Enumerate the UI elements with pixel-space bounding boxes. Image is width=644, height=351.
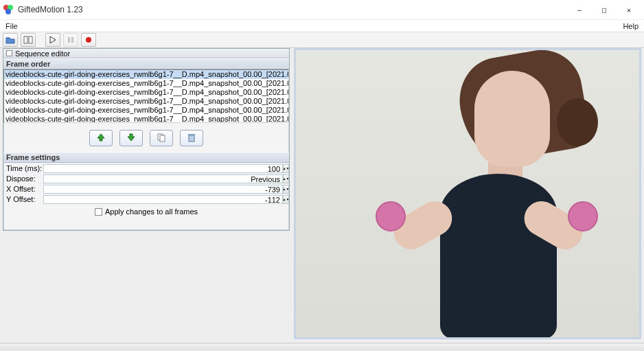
- sequence-editor-title: Sequence editor: [15, 49, 70, 58]
- svg-rect-3: [24, 36, 27, 43]
- configure-icon: [23, 36, 33, 44]
- time-field[interactable]: 100: [43, 164, 283, 173]
- svg-rect-9: [160, 135, 165, 141]
- figure-head: [474, 71, 550, 167]
- apply-label: Apply changes to all frames: [105, 207, 198, 216]
- figure-hair-bun: [557, 98, 598, 146]
- frame-row[interactable]: videoblocks-cute-girl-doing-exercises_rw…: [4, 106, 288, 115]
- frame-row[interactable]: videoblocks-cute-girl-doing-exercises_rw…: [4, 88, 288, 97]
- svg-rect-5: [68, 37, 70, 43]
- sequence-editor-titlebar[interactable]: Sequence editor: [3, 49, 289, 58]
- arrow-up-icon: [96, 133, 106, 144]
- frame-row[interactable]: videoblocks-cute-girl-doing-exercises_rw…: [4, 97, 288, 106]
- frame-settings: Time (ms): 100 ▲▼ Dispose: Previous ▲▼ X…: [3, 163, 289, 204]
- move-down-button[interactable]: [119, 130, 143, 146]
- yoffset-spinner[interactable]: ▲▼: [283, 195, 289, 204]
- record-button[interactable]: [81, 33, 96, 47]
- svg-point-7: [86, 37, 91, 43]
- frame-row[interactable]: videoblocks-cute-girl-doing-exercises_rw…: [4, 115, 288, 123]
- sequence-editor-panel: Sequence editor Frame order videoblocks-…: [3, 48, 290, 231]
- svg-rect-4: [29, 36, 32, 43]
- menu-file[interactable]: File: [3, 21, 21, 31]
- panel-control-icon[interactable]: [6, 50, 12, 56]
- close-button[interactable]: ✕: [617, 0, 641, 19]
- pause-icon: [67, 36, 74, 43]
- apply-row: Apply changes to all frames: [3, 204, 289, 217]
- dispose-label: Dispose:: [3, 174, 43, 183]
- xoffset-label: X Offset:: [3, 185, 43, 193]
- open-icon: [5, 36, 15, 44]
- xoffset-spinner[interactable]: ▲▼: [283, 185, 289, 194]
- dumbbell-right: [568, 201, 598, 231]
- play-icon: [49, 36, 56, 43]
- play-button[interactable]: [45, 33, 60, 47]
- maximize-button[interactable]: □: [592, 0, 617, 19]
- frame-tools: [3, 123, 289, 152]
- yoffset-field[interactable]: -112: [43, 195, 283, 204]
- svg-rect-10: [189, 135, 194, 141]
- dumbbell-left: [376, 201, 406, 231]
- record-icon: [85, 36, 92, 43]
- svg-rect-6: [71, 37, 73, 43]
- window-title: GiftedMotion 1.23: [18, 5, 83, 14]
- workspace: Sequence editor Frame order videoblocks-…: [0, 48, 644, 343]
- window-titlebar: GiftedMotion 1.23 – □ ✕: [0, 0, 644, 19]
- xoffset-field[interactable]: -739: [43, 185, 283, 194]
- minimize-button[interactable]: –: [567, 0, 592, 19]
- arrow-down-icon: [126, 133, 136, 144]
- frame-settings-header: Frame settings: [3, 152, 289, 163]
- window-controls: – □ ✕: [567, 0, 641, 19]
- configure-button[interactable]: [21, 33, 36, 47]
- time-spinner[interactable]: ▲▼: [283, 164, 289, 173]
- frame-list[interactable]: videoblocks-cute-girl-doing-exercises_rw…: [3, 69, 289, 123]
- statusbar: [0, 343, 644, 351]
- preview-panel: [294, 48, 641, 339]
- figure-torso: [440, 174, 557, 339]
- svg-rect-11: [188, 134, 195, 135]
- copy-icon: [157, 133, 166, 144]
- pause-button[interactable]: [63, 33, 78, 47]
- dispose-field[interactable]: Previous: [43, 174, 283, 183]
- app-icon: [3, 4, 14, 15]
- frame-row[interactable]: videoblocks-cute-girl-doing-exercises_rw…: [4, 79, 288, 88]
- copy-frame-button[interactable]: [150, 130, 173, 146]
- delete-frame-button[interactable]: [180, 130, 203, 146]
- frame-order-header: Frame order: [3, 58, 289, 69]
- open-button[interactable]: [3, 33, 18, 47]
- frame-row[interactable]: videoblocks-cute-girl-doing-exercises_rw…: [4, 70, 288, 79]
- svg-point-2: [5, 9, 11, 14]
- yoffset-label: Y Offset:: [3, 195, 43, 203]
- menubar: File Help: [0, 19, 644, 32]
- trash-icon: [187, 133, 196, 144]
- preview-image: [296, 50, 639, 337]
- time-label: Time (ms):: [3, 164, 43, 172]
- apply-checkbox[interactable]: [95, 208, 102, 216]
- menu-help[interactable]: Help: [620, 21, 641, 31]
- move-up-button[interactable]: [89, 130, 113, 146]
- dispose-spinner[interactable]: ▲▼: [283, 174, 289, 183]
- toolbar: [0, 32, 644, 48]
